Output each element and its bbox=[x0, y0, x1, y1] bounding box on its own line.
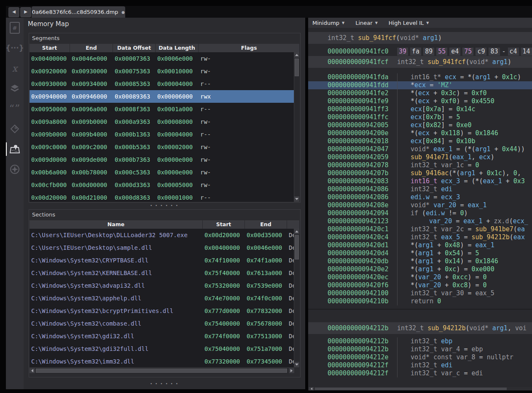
section-row[interactable]: C:\Windows\System32\imm32.dll0x773200000… bbox=[30, 355, 294, 367]
sidebar-item-hash-document[interactable]: # bbox=[6, 18, 24, 38]
section-row[interactable]: C:\Users\IEUser\Desktop\DLLLoader32_5007… bbox=[30, 229, 294, 241]
code-line[interactable]: 0000000000941fe2*(ecx + 0x3c) = 0xf0 bbox=[308, 89, 532, 97]
scroll-left-button[interactable] bbox=[309, 387, 314, 390]
hex-bytes-line[interactable]: 0000000000941fc039fa8955e475c983-c4145e5 bbox=[308, 47, 532, 56]
code-line[interactable]: 00000000009420ec*(var_20 + 0xcc) = 0 bbox=[308, 273, 532, 281]
column-header-data-length[interactable]: Data Length bbox=[156, 44, 199, 52]
scroll-right-button[interactable] bbox=[289, 368, 294, 373]
column-header-start[interactable]: Start bbox=[203, 220, 245, 229]
linear-disassembly-view[interactable]: int32_t sub_941fcf(void* arg1)0000000000… bbox=[308, 28, 532, 387]
linear-view-horizontal-scrollbar[interactable] bbox=[308, 387, 532, 390]
scroll-up-button[interactable] bbox=[294, 52, 299, 58]
view-frame-dropdown[interactable]: Minidump ▼ bbox=[312, 20, 344, 26]
code-line[interactable]: 0000000000941ffcecx[0x7b] = 5 bbox=[308, 113, 532, 121]
code-line[interactable]: 0000000000942100int32_t var_30 = eax_5 bbox=[308, 289, 532, 297]
code-line[interactable]: 0000000000941fdaint16_t* ecx = *(arg1 + … bbox=[308, 73, 532, 81]
code-line[interactable]: 00000000009420c4int32_t eax_5 = sub_9421… bbox=[308, 233, 532, 241]
sidebar-item-types[interactable]: {···} bbox=[6, 38, 24, 58]
section-row[interactable]: C:\Windows\System32\advapi32.dll0x753200… bbox=[30, 279, 294, 292]
code-line[interactable]: 0000000000942018ecx[0x84] = 0x10b bbox=[308, 137, 532, 145]
code-line[interactable]: 0000000000942123var_20 = eax_1 + zx.d(ec… bbox=[308, 217, 532, 225]
code-line[interactable]: 0000000000941ff3ecx[0x7a] = 0x14c bbox=[308, 105, 532, 113]
column-header-end[interactable]: End bbox=[245, 220, 287, 229]
code-line[interactable]: 000000000094212bint32_t ebp bbox=[308, 337, 532, 345]
code-line[interactable]: 000000000094212bint32_t var_4 = ebp bbox=[308, 345, 532, 353]
sidebar-item-compass[interactable] bbox=[6, 159, 24, 179]
code-line[interactable]: 0000000000942086int32_t edi bbox=[308, 185, 532, 193]
code-line[interactable]: 0000000000942083int16_t ecx_3 = (*(eax_1… bbox=[308, 177, 532, 185]
column-header-flags[interactable]: Flags bbox=[199, 44, 300, 52]
code-line[interactable]: 000000000094212evoid* const var_8 = null… bbox=[308, 353, 532, 361]
column-header-start[interactable]: Start bbox=[30, 44, 70, 52]
sidebar-item-stack[interactable] bbox=[6, 78, 24, 99]
column-header-name[interactable]: Name bbox=[30, 220, 203, 229]
segment-row[interactable]: 0x00b6a0000x00b780000x000c53630x0000e000… bbox=[30, 166, 294, 179]
section-row[interactable]: C:\Windows\System32\gdi32.dll0x774f00000… bbox=[30, 330, 294, 342]
code-line[interactable]: 0000000000942059sub_941e71(eax_1, ecx) bbox=[308, 153, 532, 161]
sections-horizontal-scrollbar[interactable] bbox=[30, 367, 294, 374]
segment-row[interactable]: 0x00cfb0000x00d000000x000d33630x00005000… bbox=[30, 179, 294, 191]
scrollbar-thumb[interactable] bbox=[295, 59, 299, 76]
nav-forward-button[interactable]: ▶ bbox=[20, 7, 31, 17]
segment-row[interactable]: 0x009a80000x009b00000x000a93630x00008000… bbox=[30, 115, 294, 128]
segment-row[interactable]: 0x009d00000x009de0000x000b73630x0000e000… bbox=[30, 153, 294, 166]
sidebar-item-tags[interactable] bbox=[6, 119, 24, 139]
scrollbar-thumb[interactable] bbox=[315, 388, 507, 390]
segment-row[interactable]: 0x009200000x009300000x000753630x00010000… bbox=[30, 65, 294, 78]
code-line[interactable]: 00000000009420e2*(arg1 + 0xc) = 0xe000 bbox=[308, 265, 532, 273]
code-line[interactable]: 00000000009420d1*(arg1 + 0x48) = eax_1 bbox=[308, 241, 532, 249]
segment-row[interactable]: 0x009500000x0096a0000x0008f3630x0001a000… bbox=[30, 103, 294, 115]
code-line[interactable]: 00000000009420d4*(arg1 + 0x54) = 5 bbox=[308, 249, 532, 257]
function-header-line[interactable]: 0000000000941fcfint32_t sub_941fcf(void*… bbox=[308, 56, 532, 68]
document-tab[interactable]: 0a66e8376fc6...c8d50936.dmp ● bbox=[32, 6, 125, 18]
code-line[interactable]: 0000000000942078int32_t var_1c = 0 bbox=[308, 161, 532, 169]
code-line[interactable]: 000000000094212fint32_t edi bbox=[308, 361, 532, 369]
scroll-up-button[interactable] bbox=[294, 229, 299, 234]
scrollbar-thumb[interactable] bbox=[36, 369, 287, 373]
segment-row[interactable]: 0x004000000x0046e0000x000073630x0006e000… bbox=[30, 52, 294, 65]
section-row[interactable]: C:\Windows\System32\gdi32full.dll0x75040… bbox=[30, 342, 294, 355]
panel-splitter-handle[interactable]: • • • • • • bbox=[24, 204, 305, 207]
code-line[interactable]: 000000000094200e*(ecx + 0x118) = 0x1846 bbox=[308, 129, 532, 137]
code-line[interactable]: 0000000000941fdd*ecx = 'MZ' bbox=[308, 81, 532, 89]
section-row[interactable]: C:\Windows\System32\KERNELBASE.dll0x75f4… bbox=[30, 267, 294, 279]
code-line[interactable]: 000000000094207bsub_9416ac(*(arg1 + 0x1c… bbox=[308, 169, 532, 177]
function-header-line[interactable]: 000000000094212bint32_t sub_94212b(void*… bbox=[308, 322, 532, 334]
view-layout-dropdown[interactable]: Linear ▼ bbox=[355, 20, 378, 26]
sidebar-item-variables[interactable]: x bbox=[6, 58, 24, 78]
segment-row[interactable]: 0x009b00000x009b40000x000b13630x00004000… bbox=[30, 128, 294, 141]
column-header-semantics[interactable] bbox=[287, 220, 300, 229]
code-line[interactable]: 0000000000942047void* eax_1 = (*(arg1 + … bbox=[308, 145, 532, 153]
code-line[interactable]: 0000000000942094if (edi.w != 0) bbox=[308, 209, 532, 217]
section-row[interactable]: C:\Windows\System32\bcryptPrimitives.dll… bbox=[30, 305, 294, 317]
sidebar-item-strings[interactable]: “” bbox=[6, 99, 24, 119]
code-line[interactable]: 00000000009420f6*(var_20 + 0xc8) = 0 bbox=[308, 281, 532, 289]
column-header-end[interactable]: End bbox=[70, 44, 113, 52]
section-row[interactable]: C:\Windows\System32\apphelp.dll0x74e7000… bbox=[30, 292, 294, 305]
scrollbar-thumb[interactable] bbox=[295, 235, 299, 259]
sidebar-item-memory-map[interactable] bbox=[6, 139, 24, 159]
segment-row[interactable]: 0x00d200000x00d210000x000d83630x00001000… bbox=[30, 191, 294, 202]
column-header-data-offset[interactable]: Data Offset bbox=[113, 44, 156, 52]
code-line[interactable]: 00000000009420db*(arg1 + 0x14) = 0x1846 bbox=[308, 257, 532, 265]
section-row[interactable]: C:\Windows\System32\CRYPTBASE.dll0x74f10… bbox=[30, 254, 294, 267]
sections-vertical-scrollbar[interactable] bbox=[294, 229, 300, 367]
function-header-line[interactable]: int32_t sub_941fcf(void* arg1) bbox=[308, 32, 532, 44]
code-line[interactable]: 0000000000942086edi.w = ecx_3 bbox=[308, 193, 532, 201]
scroll-left-button[interactable] bbox=[30, 368, 35, 373]
panel-splitter-handle[interactable]: • • • • • • bbox=[24, 382, 305, 385]
scroll-down-button[interactable] bbox=[294, 362, 299, 367]
section-row[interactable]: C:\Users\IEUser\Desktop\sample.dll0x0040… bbox=[30, 241, 294, 254]
code-line[interactable]: 0000000000942005ecx[0x82] = 0xe0 bbox=[308, 121, 532, 129]
nav-back-button[interactable]: ◀ bbox=[8, 7, 19, 17]
segments-vertical-scrollbar[interactable] bbox=[294, 52, 300, 202]
section-row[interactable]: C:\Windows\System32\combase.dll0x7540000… bbox=[30, 317, 294, 330]
code-line[interactable]: 0000000000941fe9*(ecx + 0xf0) = 0x4550 bbox=[308, 97, 532, 105]
il-level-dropdown[interactable]: High Level IL ▼ bbox=[389, 20, 429, 26]
segment-row[interactable]: 0x009400000x009460000x000893630x00006000… bbox=[30, 90, 294, 103]
code-line[interactable]: 000000000094212fint32_t var_c = edi bbox=[308, 369, 532, 377]
code-line[interactable]: 00000000009420c1int32_t var_2c = sub_941… bbox=[308, 225, 532, 233]
scroll-down-button[interactable] bbox=[294, 196, 299, 202]
code-line[interactable]: 000000000094208evoid* var_20 = eax_1 bbox=[308, 201, 532, 209]
segment-row[interactable]: 0x009300000x009340000x000853630x00004000… bbox=[30, 78, 294, 90]
